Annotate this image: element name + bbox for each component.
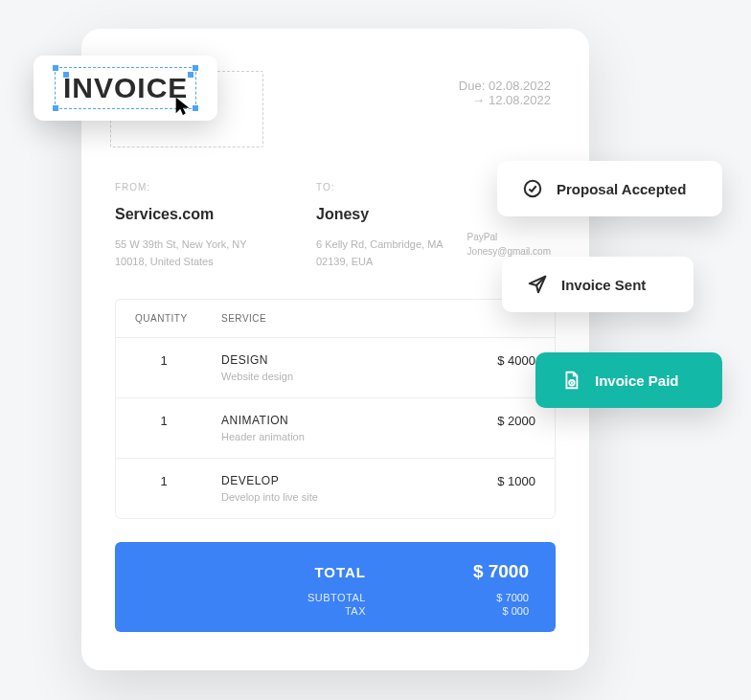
from-address: 55 W 39th St, New York, NY 10018, United…: [115, 237, 259, 270]
service-desc: Website design: [221, 371, 449, 382]
table-row: 1 DEVELOP Develop into live site $ 1000: [116, 459, 555, 518]
service-desc: Header animation: [221, 431, 449, 442]
row-qty: 1: [135, 474, 221, 488]
table-row: 1 ANIMATION Header animation $ 2000: [116, 398, 555, 459]
due-label: Due:: [459, 79, 485, 93]
status-label: Invoice Paid: [595, 373, 679, 389]
check-circle-icon: [522, 178, 543, 199]
from-label: FROM:: [115, 182, 259, 192]
arrow-right-icon: →: [472, 93, 485, 107]
status-invoice-sent[interactable]: Invoice Sent: [502, 257, 694, 312]
table-header: QUANTITY SERVICE: [116, 300, 555, 338]
to-label: TO:: [316, 182, 460, 192]
header-service: SERVICE: [221, 313, 449, 324]
row-amount: $ 2000: [449, 414, 535, 428]
service-desc: Develop into live site: [221, 491, 449, 503]
status-label: Invoice Sent: [561, 277, 646, 293]
payment-info: PayPal Jonesy@gmail.com: [467, 230, 551, 259]
header-quantity: QUANTITY: [135, 313, 221, 324]
payment-method: PayPal: [467, 230, 551, 244]
header-amount: [449, 313, 535, 324]
cursor-icon: [172, 96, 193, 122]
tax-value: $ 000: [443, 605, 529, 617]
row-qty: 1: [135, 353, 221, 368]
send-icon: [527, 274, 548, 295]
service-name: ANIMATION: [221, 414, 449, 427]
status-invoice-paid[interactable]: Invoice Paid: [535, 352, 722, 408]
subtotal-label: SUBTOTAL: [307, 592, 366, 603]
row-amount: $ 4000: [449, 353, 535, 368]
service-name: DESIGN: [221, 353, 449, 367]
totals-block: TOTAL $ 7000 SUBTOTAL $ 7000 TAX $ 000: [115, 542, 556, 632]
from-block: FROM: Services.com 55 W 39th St, New Yor…: [115, 182, 259, 270]
status-proposal-accepted[interactable]: Proposal Accepted: [497, 161, 722, 216]
total-label: TOTAL: [314, 564, 366, 580]
status-label: Proposal Accepted: [557, 181, 686, 197]
to-name: Jonesy: [316, 206, 460, 223]
svg-point-0: [525, 181, 541, 197]
to-block: TO: Jonesy 6 Kelly Rd, Cambridge, MA 021…: [316, 182, 460, 270]
issue-date: 12.08.2022: [489, 93, 551, 107]
to-address: 6 Kelly Rd, Cambridge, MA 02139, EUA: [316, 237, 460, 270]
service-name: DEVELOP: [221, 474, 449, 487]
due-date: 02.08.2022: [489, 79, 551, 93]
title-badge[interactable]: INVOICE: [34, 56, 217, 121]
subtotal-value: $ 7000: [443, 592, 529, 603]
total-value: $ 7000: [443, 561, 529, 582]
due-dates: Due: 02.08.2022 →12.08.2022: [459, 79, 551, 107]
line-items-table: QUANTITY SERVICE 1 DESIGN Website design…: [115, 299, 556, 519]
row-amount: $ 1000: [449, 474, 535, 488]
tax-label: TAX: [345, 605, 366, 617]
table-row: 1 DESIGN Website design $ 4000: [116, 338, 555, 398]
invoice-paid-icon: [560, 370, 581, 391]
from-name: Services.com: [115, 206, 259, 223]
invoice-card: Due: 02.08.2022 →12.08.2022 FROM: Servic…: [81, 29, 589, 670]
row-qty: 1: [135, 414, 221, 428]
invoice-title: INVOICE: [63, 72, 188, 103]
